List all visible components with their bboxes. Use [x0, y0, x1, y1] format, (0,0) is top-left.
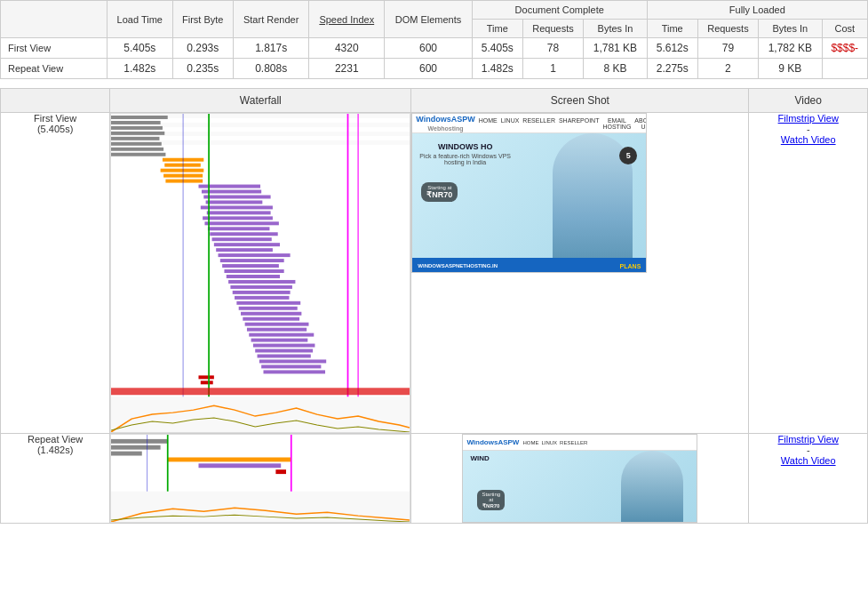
repeat-view-speed-index: 2231 [309, 59, 385, 79]
first-view-screenshot: WindowsASPWWebhosting HOME LINUX RESELLE… [411, 113, 647, 273]
svg-rect-46 [250, 333, 315, 337]
svg-rect-51 [259, 359, 326, 363]
svg-rect-63 [111, 439, 168, 444]
svg-rect-72 [111, 492, 410, 522]
svg-rect-68 [276, 469, 287, 474]
first-view-filmstrip-link[interactable]: Filmstrip View [749, 113, 867, 124]
svg-rect-27 [211, 232, 278, 236]
fully-loaded-header: Fully Loaded [647, 1, 867, 20]
svg-rect-37 [231, 285, 293, 289]
svg-rect-40 [237, 301, 301, 305]
load-time-header: Load Time [108, 1, 173, 38]
repeat-waterfall-svg [111, 435, 410, 522]
repeat-view-screenshot-cell: WindowsASPW HOME LINUX RESELLER WIND [411, 434, 749, 524]
svg-rect-8 [111, 132, 164, 135]
nav-item-2: LINUX [501, 117, 520, 130]
screenshot-header: Screen Shot [411, 89, 749, 113]
speed-index-header: Speed Index [309, 1, 385, 38]
first-view-waterfall[interactable]: /* rows rendered below */ [110, 113, 410, 433]
screenshot-body: 5 WINDOWS HO Pick a feature-rich Windows… [412, 133, 646, 273]
svg-rect-50 [258, 354, 311, 357]
screenshot-heading: WINDOWS HO [419, 142, 511, 151]
repeat-view-waterfall[interactable] [110, 434, 410, 523]
first-view-watch-link[interactable]: Watch Video [749, 134, 867, 145]
nav-item-3: RESELLER [522, 117, 555, 130]
repeat-view-full-bytes: 9 KB [759, 59, 822, 79]
first-view-doc-bytes: 1,781 KB [584, 38, 647, 59]
waterfall-header: Waterfall [110, 89, 411, 113]
screenshot-logo: WindowsASPWWebhosting [416, 115, 474, 132]
doc-requests-header: Requests [522, 20, 583, 38]
number-badge: 5 [619, 147, 637, 164]
svg-rect-14 [165, 164, 202, 167]
nav-item-4: SHAREPOINT [559, 117, 600, 130]
start-render-header: Start Render [233, 1, 308, 38]
first-view-start-render: 1.817s [233, 38, 308, 59]
repeat-nav-3: RESELLER [560, 440, 587, 445]
svg-rect-11 [111, 148, 163, 151]
repeat-view-first-byte: 0.235s [172, 59, 233, 79]
svg-rect-45 [247, 328, 307, 332]
svg-rect-48 [253, 344, 315, 348]
repeat-view-watch-link[interactable]: Watch Video [749, 455, 867, 466]
svg-rect-39 [235, 296, 289, 300]
nav-item-1: HOME [479, 117, 498, 130]
repeat-price: ₹NR70 [482, 502, 500, 509]
svg-rect-22 [201, 205, 273, 209]
svg-rect-47 [251, 339, 308, 342]
screenshot-nav: HOME LINUX RESELLER SHAREPOINT EMAIL HOS… [479, 117, 648, 130]
repeat-view-row: Repeat View 1.482s 0.235s 0.808s 2231 60… [1, 59, 868, 79]
repeat-view-doc-bytes: 8 KB [584, 59, 647, 79]
svg-rect-19 [202, 190, 261, 194]
svg-rect-64 [111, 445, 161, 450]
repeat-person [621, 451, 683, 523]
svg-rect-53 [264, 370, 326, 373]
repeat-nav-1: HOME [522, 440, 538, 445]
nav-item-6: ABOUT US [634, 117, 647, 130]
main-container: Load Time First Byte Start Render Speed … [0, 0, 868, 524]
first-view-time: (5.405s) [37, 124, 73, 134]
price-badge: Starting at ₹NR70 [421, 182, 458, 202]
svg-rect-17 [166, 180, 203, 183]
repeat-heading: WIND [470, 454, 489, 462]
repeat-view-load-time: 1.482s [108, 59, 173, 79]
first-view-separator: - [749, 124, 867, 134]
first-view-speed-index: 4320 [309, 38, 385, 59]
full-bytes-header: Bytes In [759, 20, 822, 38]
doc-bytes-header: Bytes In [584, 20, 647, 38]
first-view-full-time: 5.612s [647, 38, 697, 59]
first-view-dom: 600 [385, 38, 473, 59]
repeat-badge: Starting at ₹NR70 [477, 490, 505, 510]
repeat-view-full-requests: 2 [697, 59, 758, 79]
dom-elements-header: DOM Elements [385, 1, 473, 38]
svg-rect-29 [214, 243, 280, 246]
svg-rect-66 [168, 457, 291, 461]
doc-complete-header: Document Complete [472, 1, 647, 20]
repeat-view-doc-requests: 1 [522, 59, 583, 79]
repeat-logo: WindowsASPW [466, 438, 519, 446]
empty-header [1, 1, 108, 38]
repeat-view-row-label: Repeat View (1.482s) [1, 434, 110, 524]
first-view-label: First View [1, 38, 108, 59]
svg-rect-36 [228, 280, 295, 284]
repeat-nav-2: LINUX [541, 440, 557, 445]
svg-rect-44 [245, 323, 309, 326]
repeat-view-label: Repeat View [1, 59, 108, 79]
svg-rect-7 [111, 126, 163, 130]
first-view-load-time: 5.405s [108, 38, 173, 59]
repeat-view-filmstrip-link[interactable]: Filmstrip View [749, 434, 867, 445]
repeat-view-full-time: 2.275s [647, 59, 697, 79]
repeat-text: WIND Starting at ₹NR70 [470, 454, 489, 462]
full-time-header: Time [647, 20, 697, 38]
svg-rect-5 [111, 116, 168, 119]
doc-time-header: Time [472, 20, 522, 38]
first-view-full-requests: 79 [697, 38, 758, 59]
svg-rect-43 [243, 317, 300, 321]
repeat-view-start-render: 0.808s [233, 59, 308, 79]
footer-plans: PLANS [620, 263, 641, 269]
video-header: Video [749, 89, 868, 113]
first-view-doc-time: 5.405s [472, 38, 522, 59]
repeat-view-doc-time: 1.482s [472, 59, 522, 79]
svg-rect-65 [111, 452, 142, 456]
repeat-view-waterfall-cell [110, 434, 411, 524]
